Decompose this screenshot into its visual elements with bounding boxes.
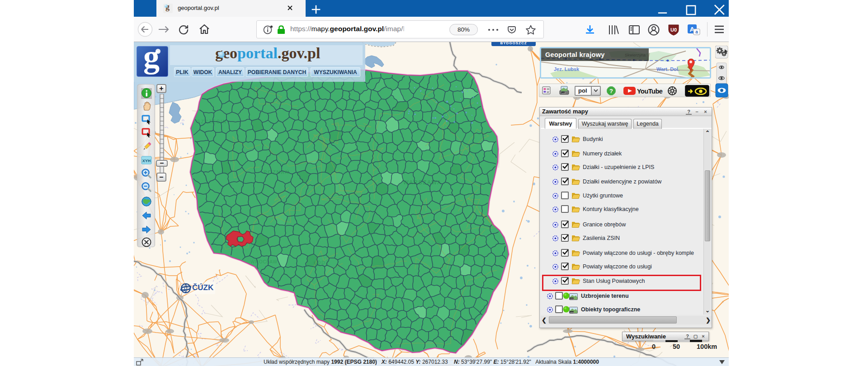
svg-text:POZNAŃ: POZNAŃ [264, 169, 290, 175]
svg-text:Wart. Dol.: Wart. Dol. [656, 66, 679, 72]
svg-text:a: a [695, 29, 698, 34]
svg-text:?: ? [609, 88, 613, 94]
svg-text:YouTube: YouTube [637, 88, 663, 95]
svg-text:WROCŁAW: WROCŁAW [250, 259, 278, 264]
svg-text:Jez. Lubsk: Jez. Lubsk [554, 66, 580, 72]
svg-text:ŁÓDŹ: ŁÓDŹ [314, 260, 330, 265]
svg-text:100km: 100km [697, 343, 717, 350]
svg-text:wms: wms [562, 92, 565, 94]
svg-text:SZCZECIN: SZCZECIN [197, 119, 227, 124]
svg-text:U0: U0 [670, 27, 677, 33]
svg-text:50: 50 [673, 343, 680, 350]
svg-text:wms: wms [570, 311, 574, 314]
svg-text:WARSZAWA: WARSZAWA [403, 179, 442, 186]
svg-text:0: 0 [652, 343, 656, 350]
svg-text:XYH: XYH [142, 159, 151, 163]
svg-text:wms: wms [570, 298, 574, 300]
